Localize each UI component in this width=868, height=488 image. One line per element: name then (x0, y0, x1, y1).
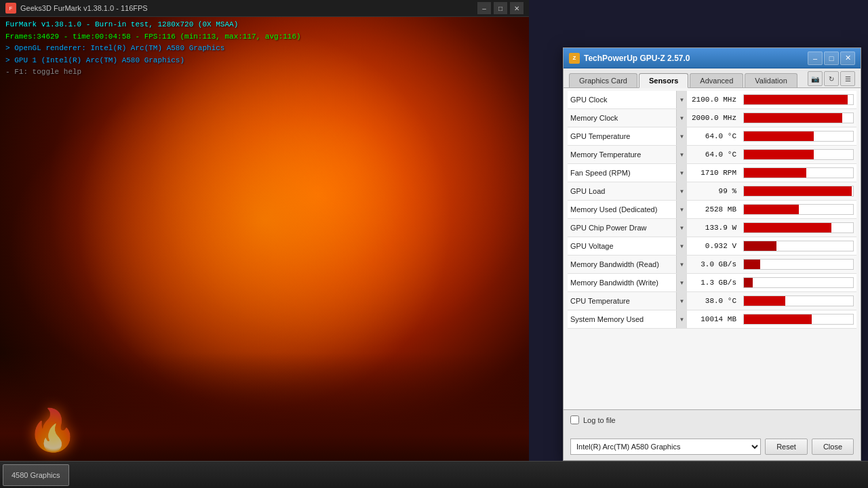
taskbar-item-label: 4580 Graphics (12, 471, 60, 479)
taskbar: 4580 Graphics (0, 461, 868, 488)
furmark-info-overlay: FurMark v1.38.1.0 - Burn-in test, 1280x7… (5, 19, 301, 79)
sensor-bar-container (743, 277, 854, 288)
sensor-value: 0.932 V (690, 242, 741, 250)
gpuz-restore-button[interactable]: □ (824, 52, 839, 65)
gpuz-toolbar: 📷 ↻ ☰ (808, 71, 855, 87)
sensor-value: 2000.0 MHz (690, 114, 741, 122)
sensor-bar-container (743, 167, 854, 178)
sensor-name-label: Fan Speed (RPM) (570, 169, 676, 177)
sensor-name-label: Memory Bandwidth (Read) (570, 260, 676, 268)
sensor-row: Memory Used (Dedicated) ▼ 2528 MB (568, 201, 856, 219)
tab-graphics-card[interactable]: Graphics Card (569, 73, 637, 87)
furmark-close-button[interactable]: ✕ (510, 2, 524, 14)
sensor-bar-container (743, 204, 854, 215)
furmark-line4: > GPU 1 (Intel(R) Arc(TM) A580 Graphics) (5, 55, 301, 67)
furmark-line1: FurMark v1.38.1.0 - Burn-in test, 1280x7… (5, 19, 301, 31)
furmark-line2: Frames:34629 - time:00:04:58 - FPS:116 (… (5, 31, 301, 43)
sensor-name-container: CPU Temperature ▼ (568, 292, 690, 310)
sensor-name-label: Memory Bandwidth (Write) (570, 279, 676, 287)
sensor-name-container: Memory Bandwidth (Write) ▼ (568, 274, 690, 291)
sensor-value: 1710 RPM (690, 169, 741, 177)
sensor-value: 38.0 °C (690, 297, 741, 305)
gpuz-app-icon: Z (569, 53, 580, 64)
sensor-bar-container (743, 94, 854, 105)
sensor-name-container: Memory Clock ▼ (568, 109, 690, 127)
camera-icon[interactable]: 📷 (808, 71, 823, 86)
sensor-dropdown-arrow[interactable]: ▼ (676, 146, 687, 163)
gpuz-action-row: Intel(R) Arc(TM) A580 Graphics Reset Clo… (570, 439, 854, 455)
sensor-name-label: GPU Voltage (570, 242, 676, 250)
sensor-bar-container (743, 186, 854, 197)
sensor-dropdown-arrow[interactable]: ▼ (676, 219, 687, 237)
tab-validation[interactable]: Validation (745, 73, 797, 87)
furmark-logo-flame: 🔥 (27, 406, 78, 454)
furmark-maximize-button[interactable]: □ (494, 2, 507, 14)
sensor-value: 10014 MB (690, 315, 741, 323)
furmark-window-controls: – □ ✕ (477, 2, 524, 14)
sensor-name-container: Fan Speed (RPM) ▼ (568, 164, 690, 182)
gpuz-footer: Log to file Intel(R) Arc(TM) A580 Graphi… (564, 409, 861, 460)
sensor-name-container: Memory Used (Dedicated) ▼ (568, 201, 690, 218)
gpuz-window: Z TechPowerUp GPU-Z 2.57.0 – □ ✕ Graphic… (563, 47, 861, 461)
close-button-footer[interactable]: Close (812, 439, 854, 455)
sensor-dropdown-arrow[interactable]: ▼ (676, 237, 687, 255)
sensor-value: 64.0 °C (690, 150, 741, 159)
sensor-name-label: Memory Temperature (570, 150, 676, 159)
sensor-name-label: GPU Load (570, 187, 676, 195)
gpuz-close-button[interactable]: ✕ (840, 52, 855, 65)
sensor-value: 3.0 GB/s (690, 260, 741, 268)
sensor-row: System Memory Used ▼ 10014 MB (568, 310, 856, 329)
sensor-dropdown-arrow[interactable]: ▼ (676, 182, 687, 200)
sensor-name-label: GPU Chip Power Draw (570, 224, 676, 232)
sensor-bar-container (743, 296, 854, 306)
furmark-minimize-button[interactable]: – (477, 2, 491, 14)
sensor-row: GPU Load ▼ 99 % (568, 182, 856, 201)
gpuz-window-controls: – □ ✕ (808, 52, 855, 65)
sensor-name-container: GPU Chip Power Draw ▼ (568, 219, 690, 237)
gpuz-log-row: Log to file (570, 415, 854, 424)
sensor-name-label: Memory Clock (570, 114, 676, 122)
sensor-name-container: System Memory Used ▼ (568, 310, 690, 328)
sensor-bar-container (743, 314, 854, 325)
sensor-bar-container (743, 241, 854, 251)
sensor-row: Memory Bandwidth (Read) ▼ 3.0 GB/s (568, 256, 856, 274)
menu-icon[interactable]: ☰ (840, 71, 855, 86)
gpuz-minimize-button[interactable]: – (808, 52, 823, 65)
sensor-dropdown-arrow[interactable]: ▼ (676, 201, 687, 218)
gpuz-tabs: Graphics Card Sensors Advanced Validatio… (564, 68, 861, 88)
sensor-row: GPU Clock ▼ 2100.0 MHz (568, 91, 856, 109)
sensor-value: 99 % (690, 187, 741, 195)
sensor-bar-container (743, 131, 854, 142)
sensor-dropdown-arrow[interactable]: ▼ (676, 292, 687, 310)
sensor-dropdown-arrow[interactable]: ▼ (676, 256, 687, 273)
sensor-value: 2100.0 MHz (690, 96, 741, 104)
refresh-icon[interactable]: ↻ (824, 71, 839, 86)
reset-button[interactable]: Reset (765, 439, 808, 455)
tab-sensors[interactable]: Sensors (639, 73, 688, 88)
taskbar-item-gpuz[interactable]: 4580 Graphics (3, 464, 69, 486)
gpuz-title-text: TechPowerUp GPU-Z 2.57.0 (584, 54, 808, 63)
sensor-value: 1.3 GB/s (690, 279, 741, 287)
sensor-value: 133.9 W (690, 224, 741, 232)
sensor-row: GPU Temperature ▼ 64.0 °C (568, 127, 856, 146)
sensor-name-label: Memory Used (Dedicated) (570, 205, 676, 214)
sensor-row: CPU Temperature ▼ 38.0 °C (568, 292, 856, 310)
sensor-dropdown-arrow[interactable]: ▼ (676, 109, 687, 127)
sensor-name-container: GPU Clock ▼ (568, 91, 690, 108)
sensor-name-container: GPU Load ▼ (568, 182, 690, 200)
sensor-dropdown-arrow[interactable]: ▼ (676, 274, 687, 291)
gpuz-sensors-content: GPU Clock ▼ 2100.0 MHz Memory Clock ▼ 20… (564, 88, 861, 409)
sensor-bar-container (743, 113, 854, 123)
sensor-name-label: CPU Temperature (570, 297, 676, 305)
sensor-dropdown-arrow[interactable]: ▼ (676, 164, 687, 182)
sensor-dropdown-arrow[interactable]: ▼ (676, 127, 687, 145)
furmark-line5: - F1: toggle help (5, 66, 301, 79)
sensor-dropdown-arrow[interactable]: ▼ (676, 310, 687, 328)
gpu-selector[interactable]: Intel(R) Arc(TM) A580 Graphics (570, 439, 761, 455)
log-to-file-checkbox[interactable] (570, 415, 579, 424)
sensor-dropdown-arrow[interactable]: ▼ (676, 91, 687, 108)
sensor-name-container: GPU Temperature ▼ (568, 127, 690, 145)
tab-advanced[interactable]: Advanced (690, 73, 743, 87)
sensor-bar-container (743, 222, 854, 233)
sensor-name-container: Memory Bandwidth (Read) ▼ (568, 256, 690, 273)
